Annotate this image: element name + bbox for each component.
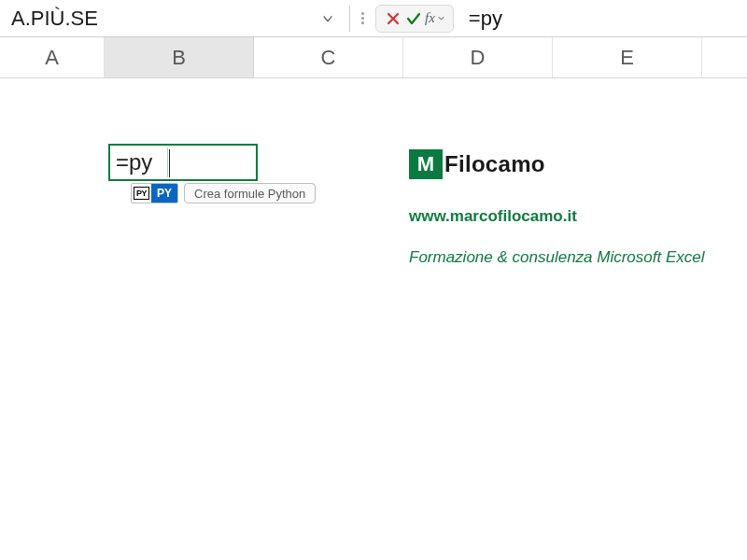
cell-split-line xyxy=(167,147,168,177)
autocomplete-tooltip: Crea formule Python xyxy=(184,183,316,203)
column-header[interactable]: A xyxy=(0,37,105,77)
column-header[interactable]: D xyxy=(403,37,553,77)
column-header[interactable]: E xyxy=(553,37,702,77)
cancel-button[interactable] xyxy=(384,9,402,28)
column-header-row: A B C D E xyxy=(0,37,747,78)
enter-button[interactable] xyxy=(404,9,423,28)
formula-bar-input[interactable]: =py xyxy=(461,0,743,36)
brand-name: Filocamo xyxy=(444,151,545,177)
editing-cell[interactable]: =py xyxy=(108,144,258,181)
autocomplete-label: PY xyxy=(151,184,177,203)
divider xyxy=(349,6,350,32)
name-box-value: A.PIÙ.SE xyxy=(11,7,321,31)
fx-label-text: fx xyxy=(425,10,435,26)
brand-logo: M Filocamo xyxy=(409,149,705,179)
brand-tagline: Formazione & consulenza Microsoft Excel xyxy=(409,248,705,267)
name-box[interactable]: A.PIÙ.SE xyxy=(4,0,342,36)
chevron-down-icon xyxy=(321,12,334,25)
tooltip-text: Crea formule Python xyxy=(194,187,305,201)
autocomplete-item[interactable]: PY PY xyxy=(131,183,178,203)
formula-bar-value: =py xyxy=(469,7,502,31)
cell-value: =py xyxy=(116,149,152,175)
brand-mark-icon: M xyxy=(409,149,443,179)
brand-block: M Filocamo www.marcofilocamo.it Formazio… xyxy=(409,149,705,267)
python-icon: PY xyxy=(134,187,149,200)
text-cursor xyxy=(169,149,170,177)
brand-url: www.marcofilocamo.it xyxy=(409,207,705,226)
column-header[interactable]: C xyxy=(254,37,403,77)
formula-controls: fx xyxy=(375,5,454,33)
insert-function-button[interactable]: fx xyxy=(425,10,445,26)
formula-bar-row: A.PIÙ.SE fx =py xyxy=(0,0,747,37)
sheet-area[interactable]: =py PY PY Crea formule Python M Filocamo… xyxy=(0,78,747,560)
chevron-down-icon xyxy=(437,14,445,22)
formula-autocomplete: PY PY Crea formule Python xyxy=(131,183,316,203)
column-header[interactable]: B xyxy=(105,37,254,77)
grip-handle-icon[interactable] xyxy=(358,12,368,24)
